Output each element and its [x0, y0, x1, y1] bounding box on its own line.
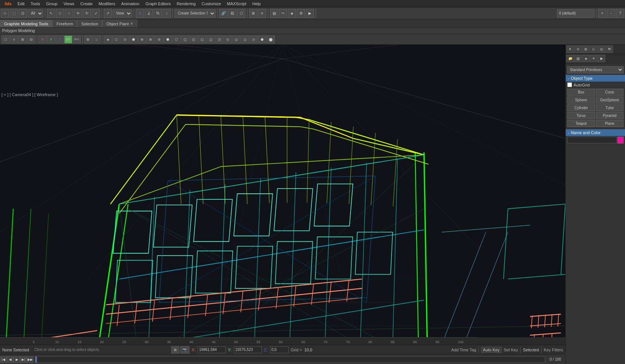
mt-grid[interactable]: ⊞	[84, 35, 92, 44]
select-region-btn[interactable]: ⬚	[10, 9, 18, 18]
mt-edit1[interactable]: ◈	[104, 35, 112, 44]
mt-btn-2[interactable]: ⊹	[10, 35, 18, 44]
rp-create-icon[interactable]: ✦	[566, 45, 574, 53]
mt-edit13[interactable]: ◲	[207, 35, 215, 44]
snap3d-btn[interactable]: ⊹	[136, 9, 144, 18]
tl-play-btn[interactable]: ▶	[13, 356, 20, 363]
mt-xy[interactable]: XY	[64, 35, 72, 44]
rp-modify-icon[interactable]: ⛭	[574, 45, 582, 53]
timeline-track[interactable]	[34, 356, 547, 363]
material-editor-btn[interactable]: ◈	[288, 9, 296, 18]
menu-tools[interactable]: Tools	[28, 1, 43, 6]
name-color-collapse-icon[interactable]: -	[568, 130, 569, 135]
menu-logo[interactable]: 3ds	[1, 1, 15, 6]
x-coord-input[interactable]	[198, 346, 226, 353]
snap-pct-btn[interactable]: %	[154, 9, 162, 18]
snap-angle-btn[interactable]: ∠	[145, 9, 153, 18]
layer-dropdown[interactable]	[557, 9, 594, 18]
menu-create[interactable]: Create	[77, 1, 95, 6]
menu-rendering[interactable]: Rendering	[174, 1, 199, 6]
link-btn[interactable]: 🔗	[219, 9, 227, 18]
add-time-tag-btn[interactable]: Add Time Tag	[451, 348, 476, 352]
menu-graph-editors[interactable]: Graph Editors	[142, 1, 174, 6]
key-filters-btn[interactable]: Key Filters	[544, 348, 563, 352]
tl-next-key-btn[interactable]: ▶|	[20, 356, 27, 363]
bind-btn[interactable]: ⬡	[237, 9, 245, 18]
plane-btn[interactable]: Plane	[596, 120, 624, 127]
autogrid-checkbox[interactable]	[567, 82, 572, 87]
rp-render-icon[interactable]: ▶	[598, 55, 605, 62]
menu-help[interactable]: Help	[249, 1, 264, 6]
mt-edit5[interactable]: ⊕	[138, 35, 146, 44]
rp-hierarchy-icon[interactable]: ⊞	[582, 45, 590, 53]
rp-scene-icon[interactable]: 📁	[566, 55, 574, 62]
mt-edit9[interactable]: ⬠	[172, 35, 180, 44]
collapse-icon[interactable]: -	[568, 76, 569, 80]
menu-maxscript[interactable]: MAXScript	[224, 1, 249, 6]
mt-edit14[interactable]: ◳	[215, 35, 223, 44]
mt-edit4[interactable]: ⬢	[129, 35, 138, 44]
cylinder-btn[interactable]: Cylinder	[567, 104, 595, 111]
rp-material-icon[interactable]: ◈	[582, 55, 590, 62]
select-filter-dropdown[interactable]: All	[28, 9, 43, 18]
minus-btn[interactable]: -	[607, 9, 615, 18]
teapot-btn[interactable]: Teapot	[567, 120, 595, 127]
box-btn[interactable]: Box	[567, 89, 595, 96]
render-btn[interactable]: ▶	[306, 9, 314, 18]
mt-edit18[interactable]: ◷	[249, 35, 258, 44]
mt-btn-4[interactable]: ⊟	[27, 35, 35, 44]
mt-btn-3[interactable]: ⊞	[19, 35, 27, 44]
z-coord-input[interactable]	[270, 346, 289, 353]
sphere-btn[interactable]: Sphere	[567, 96, 595, 104]
rp-layer-icon[interactable]: ▤	[574, 55, 582, 62]
y-coord-input[interactable]	[234, 346, 262, 353]
rp-motion-icon[interactable]: ▷	[590, 45, 597, 53]
mt-edit15[interactable]: ◴	[224, 35, 232, 44]
color-swatch[interactable]	[618, 137, 624, 143]
rp-utilities-icon[interactable]: ⚒	[606, 45, 613, 53]
tab-freeform[interactable]: Freeform	[52, 20, 77, 27]
select-rect-btn[interactable]: □	[56, 9, 64, 18]
tube-btn[interactable]: Tube	[596, 104, 624, 111]
mt-edit11[interactable]: ◰	[189, 35, 198, 44]
mt-btn-1[interactable]: ⬡	[1, 35, 10, 44]
scale-btn[interactable]: ⤢	[92, 9, 100, 18]
align-btn[interactable]: ≡	[258, 9, 266, 18]
rotate-btn[interactable]: ↻	[83, 9, 91, 18]
menu-customize[interactable]: Customize	[199, 1, 224, 6]
curve-editor-btn[interactable]: 〜	[279, 9, 287, 18]
object-name-input[interactable]	[567, 137, 617, 143]
tl-prev-key-btn[interactable]: ◀	[7, 356, 13, 363]
menu-group[interactable]: Group	[43, 1, 61, 6]
tab-selection[interactable]: Selection	[77, 20, 102, 27]
window-cross-btn[interactable]: ⊡	[19, 9, 27, 18]
mt-z[interactable]: Z	[56, 35, 64, 44]
mt-x[interactable]: X	[38, 35, 47, 44]
rp-env-icon[interactable]: ☀	[590, 55, 597, 62]
tl-play-end-btn[interactable]: ▶▶	[27, 356, 34, 363]
mt-edit3[interactable]: ◷	[121, 35, 129, 44]
mt-edit20[interactable]: ⬤	[267, 35, 275, 44]
tab-graphite-modeling[interactable]: Graphite Modeling Tools	[0, 20, 52, 27]
mt-xy2[interactable]: XY↕	[73, 35, 81, 44]
pyramid-btn[interactable]: Pyramid	[596, 112, 624, 119]
tab-object-paint[interactable]: Object Paint ✕	[102, 20, 137, 27]
mt-edit8[interactable]: ⬟	[164, 35, 172, 44]
auto-key-btn[interactable]: Auto Key	[481, 347, 502, 353]
unlink-btn[interactable]: ⛓	[228, 9, 236, 18]
menu-views[interactable]: Views	[60, 1, 77, 6]
mt-edit16[interactable]: ◵	[232, 35, 241, 44]
primitives-dropdown[interactable]: Standard Primitives	[567, 66, 624, 73]
tab-close-icon[interactable]: ✕	[130, 22, 133, 26]
ref-coord-btn[interactable]: ↗	[104, 9, 112, 18]
coord-lock-btn[interactable]: ⊞	[171, 346, 179, 354]
tl-play-start-btn[interactable]: |◀	[0, 356, 7, 363]
mt-edit2[interactable]: ⬡	[112, 35, 120, 44]
help-btn2[interactable]: ?	[616, 9, 624, 18]
torus-btn[interactable]: Torus	[567, 112, 595, 119]
mt-edit12[interactable]: ◱	[198, 35, 206, 44]
menu-animation[interactable]: Animation	[118, 1, 142, 6]
mt-swift[interactable]: ⌂	[92, 35, 101, 44]
view-dropdown[interactable]: View	[113, 9, 132, 18]
select-tool-btn[interactable]: ⊹	[1, 9, 9, 18]
